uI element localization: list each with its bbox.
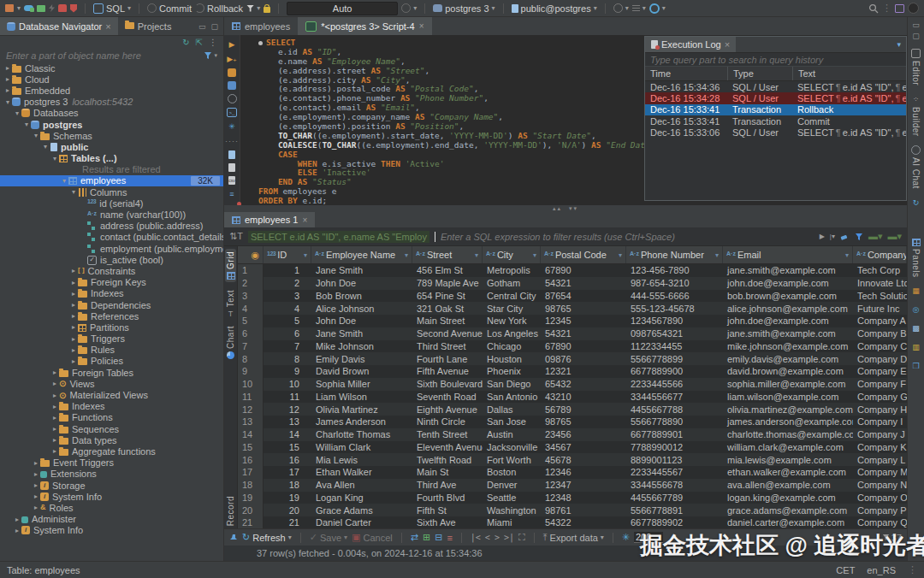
table-cell[interactable]: 45678 [541,453,626,466]
tree-item[interactable]: ▸iSystem Info [0,525,223,536]
table-cell[interactable]: 4 [264,302,311,315]
compare-icon[interactable]: ⇄ [411,532,418,543]
table-row[interactable]: 33Bob Brown654 Pine StCentral City876544… [238,290,907,303]
tree-item[interactable]: ▾Tables (...) [0,153,223,164]
table-cell[interactable]: 4455667789 [626,492,723,504]
table-cell[interactable]: ethan.walker@example.com [723,466,853,479]
table-cell[interactable]: 6677889901 [626,428,723,441]
table-cell[interactable]: Company O [853,492,907,504]
table-cell[interactable]: Los Angeles [483,327,541,340]
table-row[interactable]: 44Alice Johnson321 Oak StStar City987655… [238,302,907,315]
table-cell[interactable]: 12346 [541,466,626,479]
table-cell[interactable]: Third Street [412,340,483,353]
table-cell[interactable]: 67890 [541,264,626,277]
table-row[interactable]: 1919Logan KingFourth BlvdSeattle12348445… [238,492,907,504]
table-cell[interactable]: 12321 [541,365,626,378]
table-cell[interactable]: James Anderson [311,416,412,428]
commit-button[interactable]: Commit [147,3,192,14]
table-cell[interactable]: liam.wilson@example.com [723,391,853,404]
tab-projects[interactable]: Projects [118,17,179,35]
cloud-icon[interactable] [24,5,33,11]
table-cell[interactable]: 56789 [541,403,626,416]
table-cell[interactable]: Liam Wilson [311,391,412,404]
tree-item[interactable]: ▾Columns [0,186,223,198]
tree-item[interactable]: ▸iSystem Info [0,491,223,502]
table-cell[interactable]: Fourth Lane [412,352,483,365]
tree-item[interactable]: ▸Event Triggers [0,457,223,469]
table-row[interactable]: 55John DoeMain StreetNew York12345123456… [238,315,907,327]
table-cell[interactable]: 09876 [541,352,626,365]
shield-icon[interactable] [70,4,77,13]
sql-dialect-button[interactable]: SQL▾ [93,3,131,14]
table-cell[interactable]: 98761 [541,504,626,516]
table-cell[interactable]: Denver [483,479,541,492]
table-cell[interactable]: 10 [264,378,311,391]
history-button[interactable]: ▾ [401,3,417,13]
grid-col-city[interactable]: A·zCity▾ [483,246,541,263]
view-tab-record[interactable]: Record [226,496,235,526]
tree-item[interactable]: ▸Embedded [0,85,223,96]
table-cell[interactable]: 444-555-6666 [626,290,723,303]
table-cell[interactable]: Austin [483,428,541,441]
view-tab-chart[interactable]: Chart [226,326,235,359]
grid-col-id[interactable]: 123ID▾ [264,246,311,263]
table-cell[interactable]: Future Inc [853,302,907,315]
table-cell[interactable]: 20 [264,504,311,516]
filter-rows-button[interactable]: ▾ [246,4,260,12]
table-cell[interactable]: Olivia Martinez [311,403,412,416]
collaboration-icon[interactable] [58,4,67,12]
table-cell[interactable]: Company N [853,479,907,492]
table-cell[interactable]: Star City [483,302,541,315]
delete-row-icon[interactable]: ⊟ [435,532,442,543]
dictionary-icon[interactable] [228,68,236,77]
table-cell[interactable]: Company G [853,391,907,404]
layout-panel-icon[interactable]: ❒ [911,361,921,371]
table-cell[interactable]: emily.davis@example.com [723,352,853,365]
table-cell[interactable]: jane.smith@example.com [723,264,853,277]
table-cell[interactable]: 67890 [541,340,626,353]
close-icon[interactable]: × [725,39,730,50]
table-cell[interactable]: 98765 [541,302,626,315]
avatar[interactable] [908,3,919,14]
rollback-button[interactable]: Rollback [195,3,243,14]
table-cell[interactable]: james.anderson@example.com [723,416,853,428]
tree-item[interactable]: ▸Indexes [0,288,223,299]
aggregate-icon[interactable]: ◎ [911,304,921,315]
table-row[interactable]: 66Jane SmithSecond AvenueLos Angeles5432… [238,327,907,340]
tree-item[interactable]: ▸iStorage [0,480,223,491]
pin-icon[interactable] [229,534,238,542]
save-button[interactable]: ✓Save▾ [310,532,347,543]
table-row[interactable]: 88Emily DavisFourth LaneHouston098765566… [238,352,907,365]
table-cell[interactable]: Company K [853,441,907,454]
tree-item[interactable]: ▸Sequences [0,423,223,434]
tree-item[interactable]: ▾postgres 3localhost:5432 [0,97,223,108]
table-cell[interactable]: Jane Smith [311,327,412,340]
table-cell[interactable]: logan.king@example.com [723,492,853,504]
doc-error-icon[interactable] [228,163,235,172]
table-cell[interactable]: Alice Johnson [311,302,412,315]
applied-filter-text[interactable]: SELECT e.id AS "ID", e.name AS "Employ [248,231,429,243]
col-filter-pill-icon[interactable]: ▬▾ [887,231,902,242]
tree-item[interactable]: ▸Dependencies [0,299,223,310]
table-cell[interactable]: mike.johnson@example.com [723,340,853,353]
log-row[interactable]: Dec-16 15:33:41TransactionRollback [645,104,906,115]
layout-button[interactable]: ▾ [632,4,646,12]
table-cell[interactable]: Company L [853,453,907,466]
funnel-icon[interactable] [855,233,863,241]
table-row[interactable]: 1616Mia LewisTwelfth RoadFort Worth45678… [238,453,907,466]
table-cell[interactable]: Third Ave [412,479,483,492]
table-cell[interactable]: 34567 [541,441,626,454]
table-cell[interactable]: Ninth Circle [412,416,483,428]
table-cell[interactable]: Fifth St [412,504,483,516]
table-cell[interactable]: 14 [264,428,311,441]
table-cell[interactable]: Fifth Avenue [412,365,483,378]
filter-expression-input[interactable]: Enter a SQL expression to filter results… [441,232,814,242]
kebab-menu-icon[interactable]: ⋮ [908,564,917,575]
tree-item[interactable]: ▾public [0,141,223,152]
table-cell[interactable]: 6677889900 [626,365,723,378]
chevron-down-icon[interactable]: ▾ [17,4,21,12]
table-row[interactable]: 1111Liam WilsonSeventh RoadSan Antonio43… [238,391,907,404]
stripe-tab-editor[interactable]: Editor [911,49,921,86]
eraser-icon[interactable] [840,233,850,241]
tree-item[interactable]: ▸Administer [0,514,223,525]
